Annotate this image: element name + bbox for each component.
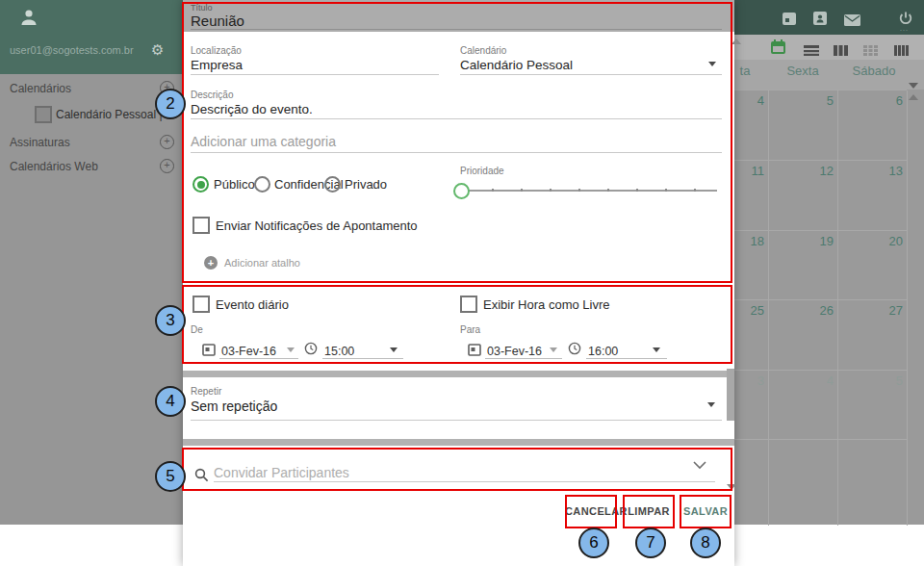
grid-line bbox=[768, 90, 769, 526]
add-web-calendar-icon[interactable] bbox=[160, 159, 174, 173]
list-view-icon[interactable] bbox=[804, 42, 819, 60]
grid-line bbox=[734, 299, 907, 300]
annotation-box-8 bbox=[680, 495, 732, 528]
day-cell-date-next-month[interactable]: 5 bbox=[874, 373, 903, 388]
annotation-box-2 bbox=[182, 2, 732, 283]
grid-line bbox=[907, 90, 908, 526]
repeat-select-caret-icon[interactable] bbox=[707, 402, 715, 407]
day-cell-date[interactable]: 12 bbox=[805, 164, 834, 178]
day-cell-date[interactable]: 4 bbox=[735, 93, 764, 108]
annotation-box-7 bbox=[623, 495, 675, 528]
contacts-icon[interactable] bbox=[812, 11, 828, 30]
annotation-circle-8: 8 bbox=[690, 527, 721, 558]
mail-icon[interactable] bbox=[844, 13, 860, 30]
scroll-up-icon[interactable] bbox=[909, 94, 918, 100]
day-cell-date[interactable]: 18 bbox=[735, 234, 764, 248]
grid-line bbox=[837, 90, 838, 526]
grid-line bbox=[734, 370, 907, 371]
gear-icon[interactable]: ⚙ bbox=[151, 41, 164, 59]
day-cell-date[interactable]: 26 bbox=[805, 303, 834, 318]
day-view-icon[interactable] bbox=[771, 39, 785, 58]
day-cell-date[interactable]: 27 bbox=[874, 303, 903, 318]
annotation-circle-6: 6 bbox=[578, 527, 609, 558]
sidebar-section-subscriptions: Assinaturas bbox=[10, 136, 70, 149]
annotation-box-3 bbox=[182, 285, 732, 364]
user-email: user01@sogotests.com.br bbox=[10, 44, 134, 56]
annotation-circle-5: 5 bbox=[155, 461, 186, 492]
scroll-up-icon[interactable] bbox=[732, 39, 741, 44]
week-view-icon[interactable] bbox=[863, 42, 879, 60]
weekday-label-saturday: Sábado bbox=[847, 64, 901, 78]
screenshot-seam bbox=[183, 439, 734, 446]
sogo-calendar-app: ... ta Sexta Sábado 4 bbox=[0, 0, 924, 566]
annotation-box-5 bbox=[182, 448, 732, 491]
day-cell-date-next-month[interactable]: 4 bbox=[805, 373, 834, 388]
weekday-label-partial: ta bbox=[735, 64, 755, 78]
grid-line bbox=[734, 230, 907, 231]
calendar-color-checkbox[interactable] bbox=[35, 106, 52, 123]
multicolumn-view-icon[interactable] bbox=[834, 42, 848, 60]
repeat-select[interactable]: Sem repetição bbox=[191, 399, 277, 414]
sidebar-header: user01@sogotests.com.br ⚙ bbox=[0, 0, 183, 74]
sidebar-section-calendars: Calendários bbox=[10, 82, 71, 95]
grid-line bbox=[734, 160, 907, 161]
avatar-icon bbox=[19, 8, 38, 31]
day-cell-date[interactable]: 11 bbox=[735, 164, 764, 178]
datepicker-icon[interactable] bbox=[782, 11, 797, 30]
sidebar-item-personal-calendar[interactable]: Calendário Pessoal | 1 bbox=[56, 108, 172, 121]
scroll-down-icon[interactable] bbox=[909, 83, 918, 89]
add-subscription-icon[interactable] bbox=[160, 135, 174, 149]
sidebar: Calendários Calendário Pessoal | 1 ⋮ Ass… bbox=[0, 74, 183, 525]
day-cell-date[interactable]: 20 bbox=[874, 234, 903, 248]
day-cell-date[interactable]: 19 bbox=[805, 234, 834, 248]
day-cell-date[interactable]: 6 bbox=[874, 93, 903, 108]
weekday-label-friday: Sexta bbox=[780, 64, 826, 78]
annotation-box-6 bbox=[565, 495, 617, 528]
annotation-circle-4: 4 bbox=[155, 386, 186, 417]
grid-line bbox=[734, 439, 907, 440]
screenshot-seam bbox=[183, 371, 734, 377]
month-grid: 4 5 6 11 12 13 18 19 20 25 26 27 3 4 5 bbox=[734, 90, 907, 526]
repeat-label: Repetir bbox=[191, 386, 221, 397]
dialog-scrollbar-thumb[interactable] bbox=[727, 369, 734, 421]
annotation-circle-7: 7 bbox=[635, 527, 666, 558]
sidebar-section-web-calendars: Calendários Web bbox=[10, 160, 98, 173]
dots-decoration: ... bbox=[900, 25, 909, 32]
annotation-circle-2: 2 bbox=[155, 89, 186, 119]
day-cell-date[interactable]: 13 bbox=[874, 164, 903, 178]
day-cell-date[interactable]: 25 bbox=[735, 303, 764, 318]
day-cell-date-next-month[interactable]: 3 bbox=[735, 373, 764, 388]
month-view-icon[interactable] bbox=[894, 42, 909, 60]
day-cell-date[interactable]: 5 bbox=[805, 93, 834, 108]
annotation-circle-3: 3 bbox=[155, 305, 186, 336]
